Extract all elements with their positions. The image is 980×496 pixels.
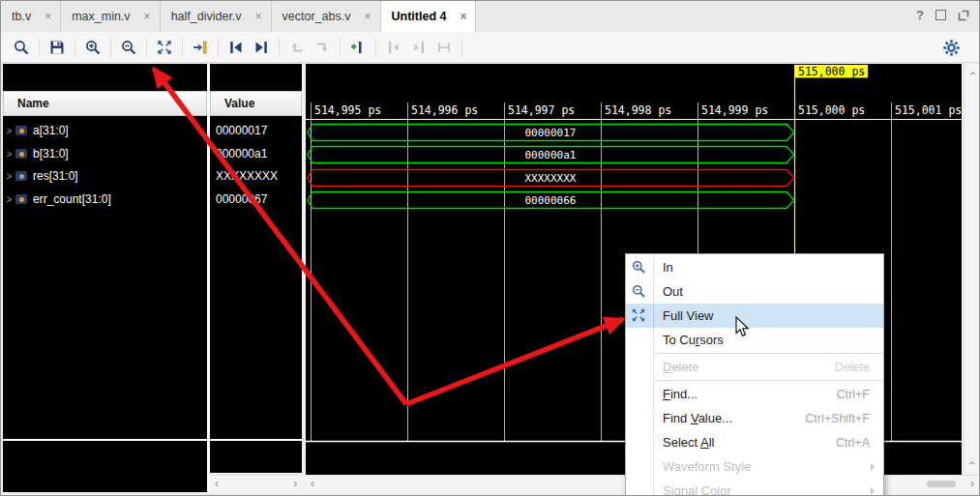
signal-row-res[interactable]: > res[31:0] [3, 165, 207, 187]
float-window-icon[interactable] [958, 10, 969, 21]
tab-tb-v[interactable]: tb.v × [1, 1, 61, 32]
toolbar-separator [218, 38, 219, 57]
submenu-arrow-icon [871, 487, 875, 495]
tab-label: max_min.v [72, 10, 130, 23]
save-icon[interactable] [45, 36, 70, 59]
zoom-in-icon [631, 259, 646, 277]
expand-chevron-icon[interactable]: > [3, 149, 15, 160]
help-icon[interactable]: ? [916, 8, 924, 22]
next-transition-icon[interactable] [249, 36, 274, 59]
menu-item-signal-color: Signal Color [626, 479, 883, 496]
close-icon[interactable]: × [45, 11, 51, 22]
ruler-tick-label: 515,001 ps [895, 103, 962, 117]
scroll-up-icon[interactable]: › [965, 72, 979, 75]
zoom-out-icon[interactable] [116, 36, 141, 59]
close-icon[interactable]: × [144, 11, 151, 22]
bus-value-label: 00000017 [525, 127, 577, 139]
signal-value: 000000a1 [216, 143, 267, 164]
scroll-left-icon[interactable]: ‹ [311, 477, 314, 490]
shortcut-label: Ctrl+A [836, 436, 870, 450]
toolbar-separator [110, 38, 111, 57]
shortcut-label: Delete [835, 361, 870, 374]
tab-untitled-4[interactable]: Untitled 4 × [381, 1, 477, 32]
bus-signal-icon [15, 194, 27, 204]
bus-value-label: 00000066 [525, 194, 577, 207]
toolbar-separator [39, 38, 40, 57]
previous-transition-icon[interactable] [223, 36, 249, 59]
zoom-fit-icon[interactable] [152, 36, 177, 59]
menu-item-delete: Delete Delete [626, 355, 883, 379]
menu-item-zoom-in[interactable]: In [626, 255, 883, 279]
bus-value-label: XXXXXXXX [525, 172, 577, 185]
cursor-time-label: 515,000 ps [798, 65, 865, 78]
tab-label: tb.v [12, 10, 31, 23]
maximize-icon[interactable] [935, 10, 946, 20]
zoom-fit-icon [631, 307, 646, 326]
span-to-markers-icon[interactable] [431, 36, 457, 59]
menu-item-waveform-style: Waveform Style [626, 454, 883, 479]
toolbar-separator [74, 38, 75, 57]
ruler-tick-label: 514,996 ps [411, 103, 478, 117]
vivado-waveform-window: tb.v × max_min.v × half_divider.v × vect… [0, 0, 980, 496]
signal-name: b[31:0] [33, 147, 69, 160]
shortcut-label: Ctrl+F [837, 388, 870, 401]
signal-row-err-count[interactable]: > err_count[31:0] [3, 189, 207, 210]
tab-label: Untitled 4 [392, 10, 447, 23]
signal-tree: > a[31:0] > b[31:0] > res[31:0] > err_co… [3, 117, 207, 439]
scroll-left-icon[interactable]: ‹ [215, 477, 219, 490]
zoom-out-icon [631, 283, 646, 302]
column-header-value[interactable]: Value [210, 91, 302, 116]
waveform-vscrollbar[interactable]: › ‹ [964, 64, 979, 473]
signal-value: 00000067 [216, 189, 267, 210]
bus-signal-icon [15, 171, 27, 181]
signal-value: XXXXXXXX [216, 165, 278, 187]
ruler-tick-label: 514,999 ps [701, 103, 768, 117]
bus-value-label: 000000a1 [525, 149, 577, 161]
close-icon[interactable]: × [364, 11, 371, 22]
value-panel-hscrollbar[interactable]: ‹ › [210, 475, 302, 491]
find-icon[interactable] [9, 36, 34, 59]
tab-vector-abs-v[interactable]: vector_abs.v × [272, 1, 381, 32]
menu-item-select-all[interactable]: Select All Ctrl+A [626, 430, 883, 454]
signal-value: 00000017 [216, 120, 267, 141]
tab-max-min-v[interactable]: max_min.v × [61, 1, 160, 32]
expand-chevron-icon[interactable]: > [3, 126, 15, 136]
menu-item-to-cursors[interactable]: To Cursors [626, 328, 883, 352]
zoom-in-icon[interactable] [80, 36, 105, 59]
signal-name: err_count[31:0] [33, 192, 111, 206]
tab-half-divider-v[interactable]: half_divider.v × [161, 1, 272, 32]
waveform-context-menu: In Out Full View To Cursors Delete Delet… [625, 253, 884, 496]
column-header-name[interactable]: Name [3, 91, 207, 116]
close-icon[interactable]: × [460, 11, 466, 22]
previous-marker-icon[interactable] [381, 36, 406, 59]
menu-item-full-view[interactable]: Full View [626, 304, 883, 328]
add-marker-icon[interactable] [345, 36, 371, 59]
signal-name: a[31:0] [33, 124, 69, 137]
signal-row-a[interactable]: > a[31:0] [3, 120, 207, 141]
zoom-to-cursor-icon[interactable] [188, 36, 213, 59]
scroll-down-icon[interactable]: ‹ [965, 461, 979, 465]
swap-cursors-icon[interactable] [284, 36, 310, 59]
scroll-right-icon[interactable]: › [970, 477, 974, 490]
time-ruler[interactable]: 514,995 ps 514,996 ps 514,997 ps 514,998… [314, 103, 962, 117]
expand-chevron-icon[interactable]: > [3, 194, 15, 205]
tab-label: vector_abs.v [282, 10, 351, 23]
next-marker-icon[interactable] [406, 36, 431, 59]
signal-row-b[interactable]: > b[31:0] [3, 143, 207, 164]
hscrollbar-thumb[interactable] [927, 481, 956, 487]
expand-chevron-icon[interactable]: > [3, 171, 15, 182]
settings-gear-icon[interactable] [938, 36, 964, 59]
menu-item-find[interactable]: Find... Ctrl+F [626, 382, 883, 406]
menu-item-zoom-out[interactable]: Out [626, 279, 883, 304]
horizontal-splitter[interactable] [3, 439, 302, 441]
snap-to-transition-icon[interactable] [310, 36, 335, 59]
window-controls: ? [916, 8, 969, 22]
column-splitter[interactable] [207, 64, 210, 492]
close-icon[interactable]: × [255, 11, 262, 22]
toolbar-separator [461, 38, 462, 57]
scroll-right-icon[interactable]: › [293, 477, 297, 490]
ruler-tick-label: 514,995 ps [314, 103, 381, 117]
wave-toolbar [1, 32, 979, 63]
toolbar-separator [375, 38, 376, 57]
menu-item-find-value[interactable]: Find Value... Ctrl+Shift+F [626, 406, 883, 430]
